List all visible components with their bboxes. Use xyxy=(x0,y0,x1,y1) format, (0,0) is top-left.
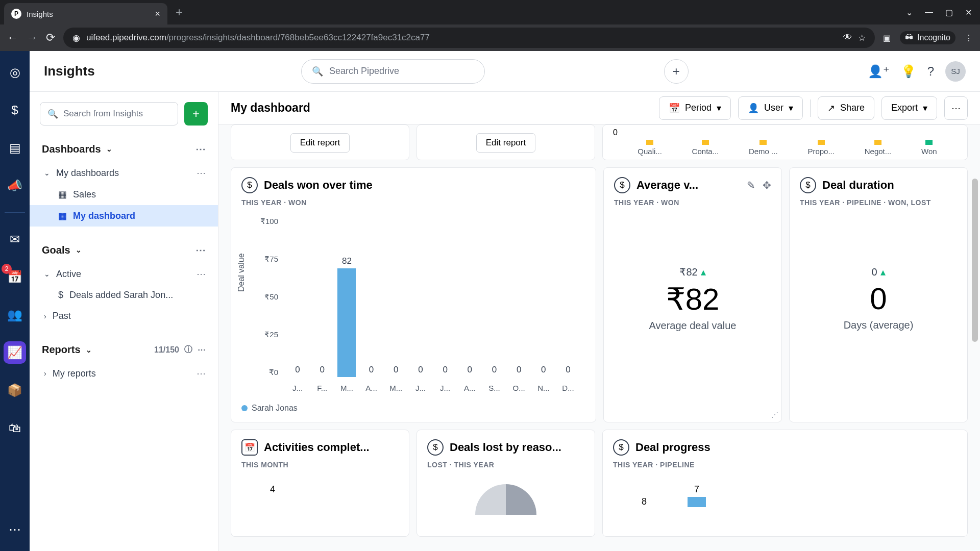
currency-icon: $ xyxy=(800,177,816,193)
dashboard-icon: ▦ xyxy=(58,189,67,200)
new-tab-button[interactable]: + xyxy=(176,5,183,19)
info-icon[interactable]: ⓘ xyxy=(184,344,192,355)
rail-products-icon[interactable]: 📦 xyxy=(4,379,26,402)
rail-projects-icon[interactable]: ▤ xyxy=(4,137,26,159)
invite-icon[interactable]: 👤⁺ xyxy=(868,64,890,79)
chevron-right-icon: › xyxy=(44,369,46,378)
eye-off-icon[interactable]: 👁 xyxy=(843,33,852,43)
goals-active-folder[interactable]: ⌄ Active ⋯ xyxy=(30,263,218,285)
rail-more-icon[interactable]: ⋯ xyxy=(4,518,26,541)
card-deal-progress[interactable]: $ Deal progress THIS YEAR · PIPELINE 8 7 xyxy=(602,430,968,537)
incognito-badge[interactable]: 🕶 Incognito xyxy=(900,31,955,44)
card-title: Deals won over time xyxy=(264,179,373,192)
user-dropdown[interactable]: 👤User▾ xyxy=(738,96,803,120)
maximize-icon[interactable]: ▢ xyxy=(945,8,953,17)
extension-icon[interactable]: ▣ xyxy=(883,33,891,43)
rail-mail-icon[interactable]: ✉ xyxy=(4,228,26,251)
new-insight-button[interactable]: + xyxy=(184,102,208,126)
chevron-down-icon: ⌄ xyxy=(44,169,50,177)
vertical-scrollbar[interactable] xyxy=(972,92,979,551)
move-icon[interactable]: ✥ xyxy=(763,179,771,191)
card-subtitle: LOST · THIS YEAR xyxy=(427,461,584,469)
goals-past-folder[interactable]: › Past xyxy=(30,306,218,327)
search-placeholder: Search Pipedrive xyxy=(329,66,399,77)
minimize-icon[interactable]: ― xyxy=(925,8,933,17)
card-deals-won[interactable]: $ Deals won over time THIS YEAR · WON De… xyxy=(231,167,596,422)
more-icon[interactable]: ⋯ xyxy=(197,268,206,280)
caret-down-icon: ▾ xyxy=(789,103,793,114)
my-dashboards-folder[interactable]: ⌄ My dashboards ⋯ xyxy=(30,162,218,184)
more-icon[interactable]: ⋯ xyxy=(198,345,206,355)
dashboard-more-button[interactable]: ⋯ xyxy=(944,96,968,120)
chevron-down-icon: ⌄ xyxy=(86,346,92,354)
goals-section[interactable]: Goals ⌄ ⋯ xyxy=(30,237,218,263)
kpi-delta: ₹82▴ xyxy=(679,266,705,278)
more-icon[interactable]: ⋯ xyxy=(195,244,206,256)
goal-item[interactable]: $ Deals added Sarah Jon... xyxy=(30,285,218,306)
reports-section[interactable]: Reports ⌄ 11/150 ⓘ ⋯ xyxy=(30,337,218,363)
rail-marketplace-icon[interactable]: 🛍 xyxy=(4,417,26,439)
insights-search-input[interactable]: 🔍 Search from Insights xyxy=(40,102,178,126)
more-icon[interactable]: ⋯ xyxy=(195,143,206,155)
more-icon[interactable]: ⋯ xyxy=(197,167,206,179)
assistant-icon[interactable]: 💡 xyxy=(901,64,916,79)
dashboard-content: My dashboard 📅Period▾ 👤User▾ ↗Share Expo… xyxy=(218,92,980,551)
kpi-value: ₹82 xyxy=(666,281,720,317)
dashboard-title: My dashboard xyxy=(231,101,310,115)
chevron-down-icon[interactable]: ⌄ xyxy=(906,8,913,17)
currency-icon: $ xyxy=(614,177,630,193)
dashboards-section[interactable]: Dashboards ⌄ ⋯ xyxy=(30,136,218,162)
nav-rail: ◎ $ ▤ 📣 ✉ 2📅 👥 📈 📦 🛍 ⋯ xyxy=(0,51,30,551)
close-window-icon[interactable]: ✕ xyxy=(965,8,972,17)
back-button[interactable]: ← xyxy=(7,31,18,44)
scroll-thumb[interactable] xyxy=(972,179,978,342)
user-avatar[interactable]: SJ xyxy=(945,61,966,82)
up-arrow-icon: ▴ xyxy=(880,266,886,278)
browser-tab[interactable]: P Insights × xyxy=(4,3,167,24)
more-icon[interactable]: ⋯ xyxy=(197,368,206,379)
bookmark-icon[interactable]: ☆ xyxy=(858,33,866,43)
card-title: Deal progress xyxy=(635,441,710,454)
card-activities-completed[interactable]: 📅 Activities complet... THIS MONTH 4 xyxy=(231,430,409,537)
quick-add-button[interactable]: + xyxy=(664,59,689,84)
forward-button[interactable]: → xyxy=(27,31,38,44)
dashboard-item-sales[interactable]: ▦ Sales xyxy=(30,184,218,205)
currency-icon: $ xyxy=(58,290,63,300)
close-tab-icon[interactable]: × xyxy=(155,9,160,19)
rail-contacts-icon[interactable]: 👥 xyxy=(4,304,26,326)
edit-icon[interactable]: ✎ xyxy=(747,179,755,191)
chevron-down-icon: ⌄ xyxy=(106,145,112,153)
edit-report-button[interactable]: Edit report xyxy=(476,133,535,153)
address-bar[interactable]: ◉ uifeed.pipedrive.com/progress/insights… xyxy=(63,28,875,48)
card-deal-duration[interactable]: $ Deal duration THIS YEAR · PIPELINE · W… xyxy=(789,167,968,422)
dashboard-item-my-dashboard[interactable]: ▦ My dashboard xyxy=(30,205,218,227)
tab-favicon: P xyxy=(11,9,21,19)
card-subtitle: THIS YEAR · PIPELINE · WON, LOST xyxy=(800,198,957,207)
rail-campaigns-icon[interactable]: 📣 xyxy=(4,174,26,197)
rail-activities-icon[interactable]: 2📅 xyxy=(4,266,26,288)
card-title: Average v... xyxy=(636,179,698,192)
rail-deals-icon[interactable]: $ xyxy=(4,99,26,121)
share-button[interactable]: ↗Share xyxy=(818,96,874,120)
period-dropdown[interactable]: 📅Period▾ xyxy=(659,96,731,120)
card-subtitle: THIS YEAR · WON xyxy=(614,198,771,207)
card-deals-lost[interactable]: $ Deals lost by reaso... LOST · THIS YEA… xyxy=(416,430,595,537)
rail-insights-icon[interactable]: 📈 xyxy=(4,341,26,364)
card-average-value[interactable]: $ Average v... ✎ ✥ THIS YEAR · WON ₹82▴ xyxy=(603,167,782,422)
legend-dot xyxy=(241,405,248,411)
help-icon[interactable]: ? xyxy=(927,64,934,79)
kpi-value: 0 xyxy=(870,281,887,316)
global-search[interactable]: 🔍 Search Pipedrive xyxy=(301,59,485,84)
rail-target-icon[interactable]: ◎ xyxy=(4,61,26,84)
edit-report-button[interactable]: Edit report xyxy=(290,133,350,153)
browser-menu-icon[interactable]: ⋮ xyxy=(965,33,973,43)
my-reports-folder[interactable]: › My reports ⋯ xyxy=(30,363,218,384)
currency-icon: $ xyxy=(241,177,258,193)
resize-handle[interactable]: ⋰ xyxy=(771,411,778,419)
site-info-icon[interactable]: ◉ xyxy=(72,33,80,43)
up-arrow-icon: ▴ xyxy=(701,266,706,278)
export-dropdown[interactable]: Export▾ xyxy=(881,96,937,120)
card-subtitle: THIS MONTH xyxy=(241,461,399,469)
reload-button[interactable]: ⟳ xyxy=(46,31,55,44)
insights-sidebar: 🔍 Search from Insights + Dashboards ⌄ ⋯ … xyxy=(30,92,218,551)
